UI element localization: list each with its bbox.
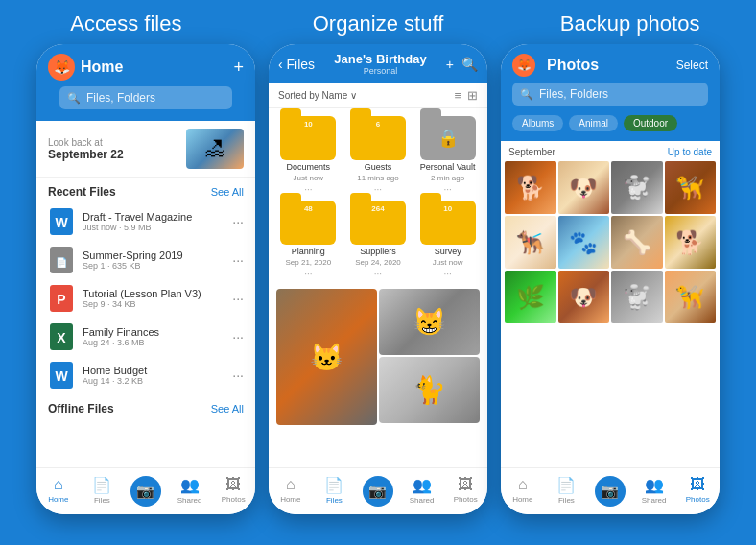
on-this-day-date: September 22: [48, 148, 177, 161]
folder-badge-planning: 48: [304, 204, 313, 213]
photo-thumb-1: 🐕: [505, 161, 556, 214]
avatar-phone3: 🦊: [512, 54, 535, 77]
grid-view-icon[interactable]: ⊞: [467, 88, 478, 103]
folder-more-guests[interactable]: ···: [374, 184, 382, 195]
svg-text:📄: 📄: [56, 256, 68, 269]
file-item-2[interactable]: 📄 Summer-Spring 2019 Sep 1 · 635 KB ···: [36, 241, 255, 279]
file-item-1[interactable]: W Draft - Travel Magazine Just now · 5.9…: [36, 202, 255, 241]
folder-suppliers[interactable]: 264 Suppliers Sep 24, 2020 ···: [346, 201, 411, 279]
photos-date-label: September: [508, 147, 555, 157]
folder-name-guests: Guests: [365, 162, 392, 172]
search-bar-phone1[interactable]: 🔍 Files, Folders: [59, 86, 232, 109]
files-header: ‹ Files Jane's Birthday Personal + 🔍: [269, 44, 487, 83]
phone1-bottom-nav: ⌂ Home 📄 Files 📷 👥 Shared 🖼 Photos: [36, 467, 255, 514]
photos-header: 🦊 Photos Select 🔍 Files, Folders Albums …: [501, 44, 720, 141]
folders-grid: 10 Documents Just now ··· 6: [269, 108, 487, 287]
nav-files-1[interactable]: 📄 Files: [81, 472, 125, 510]
file-icon-1: W: [48, 208, 75, 235]
camera-button-1[interactable]: 📷: [130, 476, 161, 507]
camera-button-2[interactable]: 📷: [363, 476, 393, 507]
recent-files-see-all[interactable]: See All: [211, 186, 244, 198]
file-item-5[interactable]: W Home Budget Aug 14 · 3.2 KB ···: [36, 356, 255, 394]
nav-camera-2[interactable]: 📷: [356, 472, 400, 510]
folder-date-survey: Just now: [433, 258, 463, 267]
album-chip-outdoor[interactable]: Outdoor: [624, 115, 677, 131]
nav-files-3[interactable]: 📄 Files: [545, 472, 589, 510]
nav-shared-3[interactable]: 👥 Shared: [632, 472, 676, 510]
album-chip-albums[interactable]: Albums: [512, 115, 563, 131]
folder-more-planning[interactable]: ···: [304, 269, 312, 279]
on-this-day: Look back at September 22 🏖: [36, 121, 255, 178]
files-icon-2: 📄: [324, 476, 343, 494]
folder-badge-survey: 10: [443, 204, 452, 213]
nav-photos-2[interactable]: 🖼 Photos: [443, 472, 487, 510]
section-label-backup: Backup photos: [506, 12, 755, 36]
search-icon-phone3: 🔍: [520, 88, 533, 101]
svg-text:W: W: [55, 368, 68, 384]
back-button[interactable]: ‹ Files: [278, 57, 315, 72]
photo-strip: 🐱 😸 🐈: [269, 287, 487, 421]
photos-icon-1: 🖼: [225, 476, 241, 493]
photo-cell-cat1: 🐱: [276, 289, 377, 425]
file-meta-4: Aug 24 · 3.6 MB: [83, 338, 224, 347]
search-icon-phone2[interactable]: 🔍: [461, 57, 478, 72]
offline-see-all[interactable]: See All: [211, 403, 244, 415]
file-name-1: Draft - Travel Magazine: [83, 211, 224, 223]
folder-planning[interactable]: 48 Planning Sep 21, 2020 ···: [276, 201, 341, 279]
file-item-4[interactable]: X Family Finances Aug 24 · 3.6 MB ···: [36, 318, 255, 356]
add-icon-phone2[interactable]: +: [446, 57, 454, 72]
folder-date-suppliers: Sep 24, 2020: [355, 258, 401, 267]
albums-row: Albums Animal Outdoor: [512, 109, 708, 135]
photos-title: 🦊 Photos: [512, 54, 599, 77]
file-more-3[interactable]: ···: [232, 291, 244, 306]
add-icon-phone1[interactable]: +: [233, 58, 244, 78]
folder-badge-documents: 10: [304, 120, 313, 129]
nav-photos-1[interactable]: 🖼 Photos: [211, 472, 255, 510]
file-more-5[interactable]: ···: [232, 367, 244, 383]
nav-camera-3[interactable]: 📷: [588, 472, 632, 510]
sort-text[interactable]: Sorted by Name ∨: [278, 90, 357, 101]
search-text-phone1: Files, Folders: [86, 91, 155, 105]
nav-files-label-1: Files: [94, 496, 110, 505]
nav-shared-1[interactable]: 👥 Shared: [168, 472, 212, 510]
nav-files-2[interactable]: 📄 Files: [313, 472, 357, 510]
camera-button-3[interactable]: 📷: [595, 476, 626, 507]
folder-more-vault[interactable]: ···: [443, 184, 451, 195]
folder-more-suppliers[interactable]: ···: [374, 269, 382, 279]
nav-home-1[interactable]: ⌂ Home: [36, 472, 81, 510]
photo-thumb-2: 🐶: [558, 161, 610, 214]
nav-shared-2[interactable]: 👥 Shared: [400, 472, 444, 510]
phone1-body: Look back at September 22 🏖 Recent Files…: [36, 121, 255, 467]
folder-date-vault: 2 min ago: [431, 174, 464, 182]
folder-vault[interactable]: 🔒 Personal Vault 2 min ago ···: [415, 116, 480, 195]
nav-home-3[interactable]: ⌂ Home: [501, 472, 545, 510]
nav-photos-label-2: Photos: [454, 495, 478, 504]
folder-documents[interactable]: 10 Documents Just now ···: [276, 116, 341, 195]
folder-more-survey[interactable]: ···: [443, 269, 451, 279]
section-labels: Access files Organize stuff Backup photo…: [0, 0, 756, 44]
folder-guests[interactable]: 6 Guests 11 mins ago ···: [346, 116, 411, 195]
nav-photos-3[interactable]: 🖼 Photos: [675, 472, 720, 510]
file-name-3: Tutorial (Lesson Plan V3): [83, 288, 224, 299]
nav-home-2[interactable]: ⌂ Home: [269, 472, 313, 510]
file-item-3[interactable]: P Tutorial (Lesson Plan V3) Sep 9 · 34 K…: [36, 279, 255, 318]
photo-thumb-5: 🐕‍🦺: [505, 216, 556, 269]
folder-more-documents[interactable]: ···: [304, 184, 312, 195]
file-more-2[interactable]: ···: [232, 252, 244, 268]
search-bar-phone3[interactable]: 🔍 Files, Folders: [512, 83, 708, 106]
phone-backup-photos: 🦊 Photos Select 🔍 Files, Folders Albums …: [501, 44, 720, 514]
folder-subtitle: Personal: [320, 66, 440, 76]
photos-icon-3: 🖼: [690, 476, 705, 493]
folder-survey[interactable]: 10 Survey Just now ···: [415, 201, 480, 279]
nav-shared-label-1: Shared: [177, 496, 202, 505]
on-this-day-image: 🏖: [186, 129, 244, 169]
nav-camera-1[interactable]: 📷: [124, 472, 168, 510]
file-more-1[interactable]: ···: [232, 214, 244, 229]
photo-thumb-8: 🐕: [665, 216, 717, 269]
select-button[interactable]: Select: [676, 59, 708, 72]
file-more-4[interactable]: ···: [232, 329, 244, 344]
recent-files-header: Recent Files See All: [36, 178, 255, 202]
photo-thumb-4: 🦮: [665, 161, 717, 214]
list-view-icon[interactable]: ≡: [454, 88, 461, 103]
album-chip-animal[interactable]: Animal: [569, 115, 618, 131]
